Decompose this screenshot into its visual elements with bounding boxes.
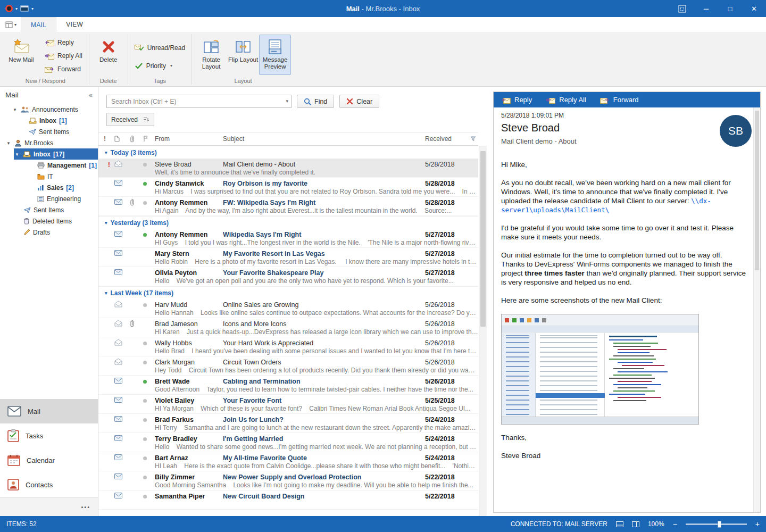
logo-dropdown-caret-icon[interactable]: ▾ [15, 6, 18, 11]
zoom-out-button[interactable]: − [673, 520, 677, 528]
flip-layout-button[interactable]: Flip Layout [227, 35, 259, 75]
reading-reply-all-button[interactable]: Reply All [546, 96, 586, 104]
folder-sidebar: Mail « ▾AnnouncementsInbox[1]Sent Items▾… [0, 87, 98, 516]
column-received[interactable]: Received [425, 135, 478, 143]
delete-button[interactable]: Delete [93, 35, 124, 75]
forward-button[interactable]: Forward [41, 62, 86, 76]
sort-received-button[interactable]: Received [106, 113, 154, 126]
message-row[interactable]: Clark MorganCircuit Town Orders5/26/2018… [98, 356, 478, 376]
message-row[interactable]: !Steve BroadMail Client demo - About5/28… [98, 159, 478, 178]
folder-item-inbox[interactable]: Inbox[1] [0, 115, 98, 126]
it-icon [37, 173, 45, 180]
clear-button[interactable]: Clear [339, 95, 379, 108]
expander-icon[interactable]: ▾ [14, 152, 20, 157]
search-dropdown-caret-icon[interactable]: ▾ [286, 98, 288, 104]
message-row[interactable]: Cindy StanwickRoy Orbison is my favorite… [98, 178, 478, 197]
touch-mode-icon[interactable] [670, 0, 694, 17]
filter-icon[interactable] [470, 136, 476, 142]
read-status-dot [143, 495, 147, 498]
nav-tasks[interactable]: Tasks [0, 423, 98, 448]
folder-item-sent-items[interactable]: Sent Items [0, 126, 98, 137]
delete-icon [102, 37, 115, 56]
message-row[interactable]: Mary SternMy Favorite Resort in Las Vega… [98, 248, 478, 267]
window-style-icon[interactable] [20, 5, 29, 12]
reading-pane-bottom-icon[interactable] [616, 521, 623, 527]
scrollbar-thumb[interactable] [755, 111, 759, 270]
message-date: 5/26/2018 [425, 301, 478, 309]
message-row[interactable]: Violet BaileyYour Favorite Font5/25/2018… [98, 395, 478, 414]
unread-read-button[interactable]: Unread/Read [131, 41, 188, 54]
message-list-scrollbar[interactable] [479, 146, 487, 516]
reading-reply-button[interactable]: Reply [501, 96, 532, 104]
message-from: Cindy Stanwick [155, 180, 223, 187]
reading-forward-button[interactable]: Forward [600, 96, 639, 104]
expander-icon[interactable]: ▾ [5, 140, 12, 146]
search-input[interactable] [106, 95, 292, 108]
message-from: Brett Wade [155, 378, 223, 385]
column-subject[interactable]: Subject [223, 135, 425, 143]
folder-item-inbox[interactable]: ▾Inbox[17] [0, 148, 98, 160]
collapse-sidebar-button[interactable]: « [89, 91, 93, 99]
ribbon-display-options-button[interactable]: ▾ [0, 17, 21, 32]
message-date: 5/28/2018 [425, 180, 478, 187]
folder-item-management[interactable]: Management[1] [0, 160, 98, 171]
reply-button[interactable]: Reply [41, 36, 86, 49]
zoom-slider-thumb[interactable] [718, 521, 721, 528]
tab-mail[interactable]: MAIL [21, 17, 56, 32]
rotate-layout-button[interactable]: Rotate Layout [195, 35, 227, 75]
message-row[interactable]: Samantha PiperNew Circuit Board Design5/… [98, 491, 478, 510]
nav-calendar[interactable]: Calendar [0, 448, 98, 472]
column-flag[interactable] [143, 136, 155, 142]
message-row[interactable]: Antony RemmenWikipedia Says I'm Right5/2… [98, 229, 478, 248]
folder-item-it[interactable]: IT [0, 171, 98, 182]
message-row[interactable]: Brad JamesonIcons and More Icons5/26/201… [98, 318, 478, 337]
document-icon [114, 136, 120, 142]
folder-item-engineering[interactable]: Engineering [0, 193, 98, 204]
column-from[interactable]: From [155, 135, 223, 143]
new-mail-button[interactable]: New Mail [5, 35, 37, 75]
priority-dropdown-caret-icon: ▾ [170, 63, 172, 68]
pane-splitter[interactable] [487, 87, 493, 516]
close-button[interactable]: ✕ [742, 0, 766, 17]
nav-overflow-button[interactable]: ••• [81, 504, 90, 510]
priority-button[interactable]: Priority ▾ [131, 59, 188, 72]
message-row[interactable]: Terry BradleyI'm Getting Married5/24/201… [98, 433, 478, 452]
group-header-last-week-17-items[interactable]: ▾Last Week (17 items) [98, 286, 478, 299]
reply-all-button[interactable]: Reply All [41, 49, 86, 62]
zoom-in-button[interactable]: + [755, 520, 760, 528]
group-header-today-3-items[interactable]: ▾Today (3 items) [98, 146, 478, 159]
folder-item-drafts[interactable]: Drafts [0, 227, 98, 238]
reading-pane-right-icon[interactable] [632, 521, 639, 527]
zoom-slider[interactable] [686, 523, 747, 525]
reading-scrollbar[interactable] [753, 107, 760, 512]
message-row[interactable]: Wally HobbsYour Hard Work is Appreciated… [98, 337, 478, 356]
find-button[interactable]: Find [297, 95, 334, 108]
scrollbar-thumb[interactable] [480, 151, 486, 327]
folder-item-sales[interactable]: Sales[2] [0, 182, 98, 193]
message-row[interactable]: Billy ZimmerNew Power Supply and Overloa… [98, 471, 478, 491]
nav-contacts[interactable]: Contacts [0, 472, 98, 497]
tab-view[interactable]: VIEW [56, 17, 93, 32]
message-row[interactable]: Harv MuddOnline Sales are Growing5/26/20… [98, 299, 478, 318]
message-row[interactable]: Brett WadeCabling and Termination5/26/20… [98, 376, 478, 395]
message-preview-button[interactable]: Message Preview [259, 35, 291, 75]
minimize-button[interactable]: ─ [694, 0, 718, 17]
group-header-yesterday-3-items[interactable]: ▾Yesterday (3 items) [98, 216, 478, 229]
message-subject: My Favorite Resort in Las Vegas [223, 250, 425, 257]
message-row[interactable]: Bart ArnazMy All-time Favorite Quote5/24… [98, 452, 478, 471]
folder-item-deleted-items[interactable]: Deleted Items [0, 215, 98, 227]
folder-item-mr-brooks[interactable]: ▾Mr.Brooks [0, 137, 98, 148]
folder-item-sent-items[interactable]: Sent Items [0, 204, 98, 215]
message-row[interactable]: Brad FarkusJoin Us for Lunch?5/24/2018HI… [98, 414, 478, 433]
column-icon[interactable] [114, 136, 129, 142]
app-logo-icon[interactable] [5, 5, 13, 12]
nav-mail[interactable]: Mail [0, 399, 98, 423]
message-row[interactable]: Antony RemmenFW: Wikipedia Says I'm Righ… [98, 197, 478, 216]
folder-item-announcements[interactable]: ▾Announcements [0, 104, 98, 115]
column-priority[interactable]: ! [104, 135, 114, 143]
expander-icon[interactable]: ▾ [12, 107, 18, 112]
maximize-button[interactable]: □ [718, 0, 742, 17]
message-row[interactable]: Olivia PeytonYour Favorite Shakespeare P… [98, 267, 478, 286]
column-attachment[interactable] [129, 135, 143, 143]
qat-dropdown-caret-icon[interactable]: ▾ [31, 6, 34, 11]
